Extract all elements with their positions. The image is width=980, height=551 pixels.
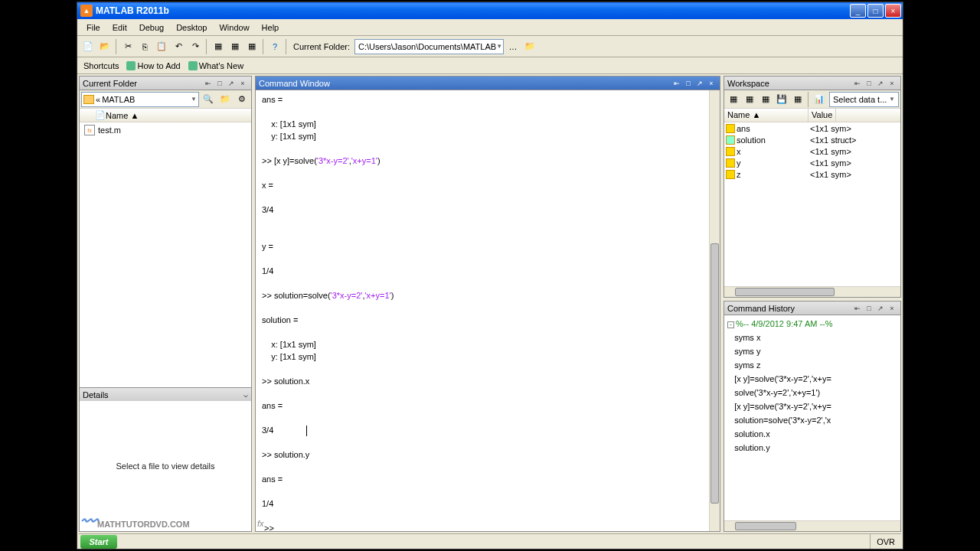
min-icon[interactable]: □ — [864, 303, 874, 314]
menu-edit[interactable]: Edit — [106, 21, 133, 34]
simulink-icon[interactable]: ▦ — [211, 39, 226, 54]
statusbar: Start OVR — [79, 533, 901, 549]
max-icon[interactable]: ↗ — [226, 78, 237, 89]
file-list-header[interactable]: 📄 Name ▲ — [80, 109, 251, 122]
plot-icon[interactable]: 📊 — [812, 92, 827, 107]
history-item[interactable]: solution=solve('3*x-y=2','x — [727, 413, 897, 427]
details-header[interactable]: Details ⌵ — [80, 387, 251, 401]
gear-icon[interactable]: ⚙ — [234, 92, 250, 107]
open-var-icon[interactable]: ▦ — [742, 92, 757, 107]
close-button[interactable]: × — [885, 4, 901, 18]
max-icon[interactable]: ↗ — [875, 303, 886, 314]
start-button[interactable]: Start — [80, 535, 117, 549]
command-history-panel: Command History ⇤ □ ↗ × -%-- 4/9/2012 9:… — [724, 301, 901, 532]
import-icon[interactable]: ▦ — [758, 92, 773, 107]
close-icon[interactable]: × — [706, 78, 717, 89]
history-item[interactable]: solution.x — [727, 427, 897, 441]
history-item[interactable]: [x y]=solve('3*x-y=2','x+y= — [727, 372, 897, 386]
titlebar: ▲ MATLAB R2011b _ □ × — [77, 2, 903, 19]
history-item[interactable]: syms z — [727, 358, 897, 372]
ws-row[interactable]: y<1x1 sym> — [724, 157, 900, 168]
min-icon[interactable]: □ — [864, 78, 874, 89]
paste-icon[interactable]: 📋 — [154, 39, 169, 54]
main-toolbar: 📄 📂 ✂ ⎘ 📋 ↶ ↷ ▦ ▦ ▦ ? Current Folder: C:… — [77, 36, 903, 57]
history-item[interactable]: solve('3*x-y=2','x+y=1') — [727, 386, 897, 399]
ovr-indicator: OVR — [870, 534, 901, 549]
max-icon[interactable]: ↗ — [694, 78, 705, 89]
close-icon[interactable]: × — [237, 78, 248, 89]
maximize-button[interactable]: □ — [867, 4, 884, 18]
new-file-icon[interactable]: 📄 — [80, 39, 96, 54]
select-data-combo[interactable]: Select data t...▼ — [829, 92, 899, 107]
folder-nav-combo[interactable]: « MATLAB ▼ — [81, 92, 199, 107]
current-folder-path: C:\Users\Jason\Documents\MATLAB — [358, 42, 496, 51]
browse-folder-icon[interactable]: … — [505, 39, 521, 54]
command-window-body[interactable]: ans = x: [1x1 sym] y: [1x1 sym] >> [x y]… — [256, 90, 720, 531]
menu-desktop[interactable]: Desktop — [170, 21, 213, 34]
cut-icon[interactable]: ✂ — [120, 39, 136, 54]
dock-icon[interactable]: ⇤ — [203, 78, 214, 89]
menu-debug[interactable]: Debug — [133, 21, 170, 34]
delete-icon[interactable]: ▦ — [790, 92, 805, 107]
shortcut-how-to-add[interactable]: How to Add — [123, 60, 183, 71]
workspace-title: Workspace ⇤ □ ↗ × — [724, 77, 900, 90]
command-history-body: -%-- 4/9/2012 9:47 AM --% syms x syms y … — [724, 315, 900, 520]
up-icon[interactable]: 📁 — [217, 92, 233, 107]
minimize-button[interactable]: _ — [850, 4, 866, 18]
new-var-icon[interactable]: ▦ — [726, 92, 741, 107]
workspace-panel: Workspace ⇤ □ ↗ × ▦ ▦ ▦ 💾 ▦ 📊 Select dat… — [724, 76, 901, 298]
history-timestamp[interactable]: -%-- 4/9/2012 9:47 AM --% — [727, 317, 897, 331]
up-folder-icon[interactable]: 📁 — [522, 39, 537, 54]
redo-icon[interactable]: ↷ — [188, 39, 203, 54]
open-file-icon[interactable]: 📂 — [97, 39, 113, 54]
search-icon[interactable]: 🔍 — [201, 92, 216, 107]
min-icon[interactable]: □ — [214, 78, 225, 89]
save-ws-icon[interactable]: 💾 — [774, 92, 789, 107]
dock-icon[interactable]: ⇤ — [671, 78, 682, 89]
chevron-down-icon: ⌵ — [243, 390, 248, 399]
details-body: Select a file to view details — [80, 401, 251, 531]
max-icon[interactable]: ↗ — [875, 78, 886, 89]
current-folder-panel: Current Folder ⇤ □ ↗ × « MATLAB ▼ 🔍 📁 ⚙ … — [79, 76, 252, 532]
ws-col-value[interactable]: Value — [808, 109, 836, 122]
ws-row[interactable]: x<1x1 sym> — [724, 145, 900, 157]
workspace-variable-list: ans<1x1 sym> solution<1x1 struct> x<1x1 … — [724, 122, 900, 286]
copy-icon[interactable]: ⎘ — [137, 39, 152, 54]
current-folder-title: Current Folder ⇤ □ ↗ × — [80, 77, 251, 90]
undo-icon[interactable]: ↶ — [171, 39, 186, 54]
ws-row[interactable]: ans<1x1 sym> — [724, 122, 900, 134]
menu-file[interactable]: File — [80, 21, 106, 34]
guide-icon[interactable]: ▦ — [227, 39, 243, 54]
menu-help[interactable]: Help — [256, 21, 286, 34]
min-icon[interactable]: □ — [683, 78, 694, 89]
current-folder-label: Current Folder: — [290, 42, 353, 51]
ws-row[interactable]: z<1x1 sym> — [724, 168, 900, 180]
shortcuts-bar: Shortcuts How to Add What's New — [77, 57, 903, 74]
close-icon[interactable]: × — [887, 78, 897, 89]
dock-icon[interactable]: ⇤ — [852, 303, 863, 314]
shortcut-whats-new[interactable]: What's New — [185, 60, 247, 71]
file-item[interactable]: fx test.m — [80, 124, 251, 136]
ws-col-name[interactable]: Name ▲ — [724, 109, 808, 122]
chevron-down-icon: ▼ — [496, 43, 502, 50]
matlab-icon: ▲ — [80, 5, 93, 17]
ws-row[interactable]: solution<1x1 struct> — [724, 134, 900, 145]
profiler-icon[interactable]: ▦ — [244, 39, 260, 54]
help-icon[interactable]: ? — [267, 39, 283, 54]
shortcuts-label: Shortcuts — [80, 61, 122, 70]
scrollbar-vertical[interactable] — [709, 90, 720, 531]
scrollbar-horizontal[interactable] — [724, 286, 900, 297]
menu-window[interactable]: Window — [213, 21, 255, 34]
current-folder-combo[interactable]: C:\Users\Jason\Documents\MATLAB ▼ — [354, 39, 504, 54]
scrollbar-horizontal[interactable] — [724, 520, 900, 531]
close-icon[interactable]: × — [887, 303, 897, 314]
command-window-title: Command Window ⇤ □ ↗ × — [256, 77, 720, 90]
history-item[interactable]: syms x — [727, 331, 897, 344]
command-history-title: Command History ⇤ □ ↗ × — [724, 302, 900, 315]
window-title: MATLAB R2011b — [96, 5, 848, 16]
matlab-main-window: ▲ MATLAB R2011b _ □ × File Edit Debug De… — [77, 2, 903, 549]
history-item[interactable]: solution.y — [727, 441, 897, 455]
history-item[interactable]: syms y — [727, 344, 897, 358]
history-item[interactable]: [x y]=solve('3*x-y=2','x+y= — [727, 399, 897, 413]
dock-icon[interactable]: ⇤ — [852, 78, 863, 89]
